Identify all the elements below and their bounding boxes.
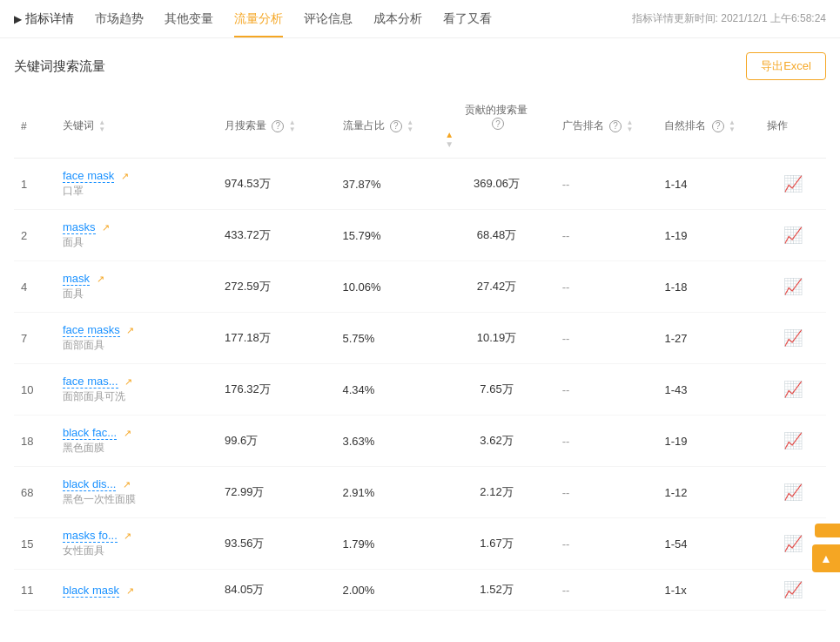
- trend-chart-icon[interactable]: 📈: [783, 432, 803, 449]
- row-action: 📈: [760, 416, 826, 467]
- row-action: 📈: [760, 210, 826, 261]
- row-traffic-pct: 37.87%: [336, 159, 439, 210]
- trend-chart-icon[interactable]: 📈: [783, 226, 803, 244]
- keyword-arrow-icon[interactable]: ↗: [126, 325, 134, 335]
- feedback-button[interactable]: 问题反馈: [815, 524, 840, 537]
- row-monthly: 72.99万: [218, 467, 336, 518]
- scroll-top-icon: ▲: [820, 551, 832, 565]
- row-traffic-pct: 10.06%: [336, 261, 439, 313]
- table-body: 1 face mask ↗ 口罩 974.53万 37.87% 369.06万 …: [14, 159, 826, 611]
- row-contributed: 1.52万: [438, 570, 555, 611]
- table-row: 18 black fac... ↗ 黑色面膜 99.6万 3.63% 3.62万…: [14, 416, 826, 467]
- nav-also[interactable]: 看了又看: [443, 1, 492, 37]
- keywords-table: # 关键词 ▲▼ 月搜索量 ? ▲▼ 流量占比 ?: [14, 94, 826, 611]
- row-keyword: black mask ↗: [56, 570, 218, 611]
- section-header: 关键词搜索流量 导出Excel: [14, 52, 826, 80]
- keyword-link[interactable]: face masks: [63, 323, 120, 337]
- nav-cost[interactable]: 成本分析: [373, 1, 422, 37]
- keyword-arrow-icon[interactable]: ↗: [124, 376, 132, 387]
- row-ad-rank: --: [555, 313, 658, 364]
- natural-rank-sort[interactable]: ▲▼: [729, 119, 736, 133]
- row-traffic-pct: 1.79%: [336, 518, 439, 570]
- row-contributed: 3.62万: [438, 416, 555, 467]
- monthly-help-icon[interactable]: ?: [272, 120, 284, 132]
- keyword-arrow-icon[interactable]: ↗: [124, 428, 131, 438]
- row-monthly: 177.18万: [218, 313, 336, 364]
- trend-chart-icon[interactable]: 📈: [783, 483, 803, 501]
- trend-chart-icon[interactable]: 📈: [783, 381, 803, 398]
- row-monthly: 176.32万: [218, 364, 336, 416]
- keyword-link[interactable]: masks fo...: [63, 529, 118, 543]
- col-header-action: 操作: [760, 94, 826, 159]
- keyword-link[interactable]: face mas...: [63, 375, 118, 389]
- export-excel-button[interactable]: 导出Excel: [746, 52, 826, 80]
- col-header-ad-rank: 广告排名 ? ▲▼: [555, 94, 658, 159]
- row-monthly: 84.05万: [218, 570, 336, 611]
- scroll-top-button[interactable]: ▲: [812, 544, 840, 572]
- trend-chart-icon[interactable]: 📈: [783, 329, 803, 347]
- keyword-arrow-icon[interactable]: ↗: [97, 274, 104, 284]
- keyword-link[interactable]: masks: [63, 220, 96, 234]
- table-row: 10 face mas... ↗ 面部面具可洗 176.32万 4.34% 7.…: [14, 364, 826, 416]
- keyword-link[interactable]: black mask: [63, 584, 119, 598]
- keyword-arrow-icon[interactable]: ↗: [126, 585, 134, 596]
- row-natural-rank: 1-12: [657, 467, 760, 518]
- traffic-sort[interactable]: ▲▼: [407, 119, 413, 133]
- natural-rank-help-icon[interactable]: ?: [712, 120, 724, 132]
- row-action: 📈: [760, 159, 826, 210]
- table-row: 4 mask ↗ 面具 272.59万 10.06% 27.42万 -- 1-1…: [14, 261, 826, 313]
- trend-chart-icon[interactable]: 📈: [783, 535, 803, 552]
- row-contributed: 68.48万: [438, 210, 555, 261]
- keyword-arrow-icon[interactable]: ↗: [121, 171, 129, 181]
- row-traffic-pct: 4.34%: [336, 364, 439, 416]
- row-natural-rank: 1-18: [657, 261, 760, 313]
- table-row: 2 masks ↗ 面具 433.72万 15.79% 68.48万 -- 1-…: [14, 210, 826, 261]
- trend-chart-icon[interactable]: 📈: [783, 581, 803, 598]
- row-ad-rank: --: [555, 364, 658, 416]
- contributed-sort[interactable]: ▲ ▼: [445, 130, 548, 149]
- nav-traffic[interactable]: 流量分析: [234, 1, 283, 37]
- contributed-help-icon[interactable]: ?: [492, 118, 504, 130]
- table-row: 11 black mask ↗ 84.05万 2.00% 1.52万 -- 1-…: [14, 570, 826, 611]
- keyword-arrow-icon[interactable]: ↗: [124, 530, 131, 541]
- row-natural-rank: 1-54: [657, 518, 760, 570]
- row-keyword: masks ↗ 面具: [56, 210, 218, 261]
- nav-market[interactable]: 市场趋势: [95, 1, 144, 37]
- row-traffic-pct: 2.91%: [336, 467, 439, 518]
- keyword-translation: 女性面具: [63, 544, 211, 558]
- monthly-sort[interactable]: ▲▼: [289, 119, 296, 133]
- trend-chart-icon[interactable]: 📈: [783, 175, 803, 193]
- main-content: 关键词搜索流量 导出Excel # 关键词 ▲▼ 月搜索量 ?: [0, 38, 840, 625]
- trend-chart-icon[interactable]: 📈: [783, 278, 803, 295]
- keyword-sort[interactable]: ▲▼: [98, 119, 105, 133]
- row-natural-rank: 1-19: [657, 416, 760, 467]
- nav-other[interactable]: 其他变量: [165, 1, 213, 37]
- row-contributed: 10.19万: [438, 313, 555, 364]
- row-action: 📈: [760, 570, 826, 611]
- table-row: 1 face mask ↗ 口罩 974.53万 37.87% 369.06万 …: [14, 159, 826, 210]
- keyword-link[interactable]: face mask: [63, 169, 114, 183]
- row-natural-rank: 1-19: [657, 210, 760, 261]
- row-num: 68: [14, 467, 56, 518]
- keyword-translation: 面部面具可洗: [63, 389, 211, 404]
- keyword-arrow-icon[interactable]: ↗: [102, 222, 110, 233]
- keyword-link[interactable]: black fac...: [63, 426, 117, 440]
- row-ad-rank: --: [555, 518, 658, 570]
- section-title: 关键词搜索流量: [14, 58, 105, 75]
- ad-rank-sort[interactable]: ▲▼: [626, 119, 633, 133]
- keyword-link[interactable]: mask: [63, 272, 90, 286]
- nav-reviews[interactable]: 评论信息: [304, 1, 353, 37]
- row-monthly: 433.72万: [218, 210, 336, 261]
- ad-rank-help-icon[interactable]: ?: [609, 120, 622, 132]
- keyword-link[interactable]: black dis...: [63, 477, 116, 491]
- row-natural-rank: 1-27: [657, 313, 760, 364]
- row-num: 10: [14, 364, 56, 416]
- col-header-monthly: 月搜索量 ? ▲▼: [218, 94, 336, 159]
- row-contributed: 7.65万: [438, 364, 555, 416]
- traffic-help-icon[interactable]: ?: [390, 120, 402, 132]
- keyword-translation: 面具: [63, 235, 211, 250]
- row-num: 7: [14, 313, 56, 364]
- table-header-row: # 关键词 ▲▼ 月搜索量 ? ▲▼ 流量占比 ?: [14, 94, 826, 159]
- nav-overview-label[interactable]: 指标详情: [25, 11, 74, 27]
- keyword-arrow-icon[interactable]: ↗: [123, 479, 131, 490]
